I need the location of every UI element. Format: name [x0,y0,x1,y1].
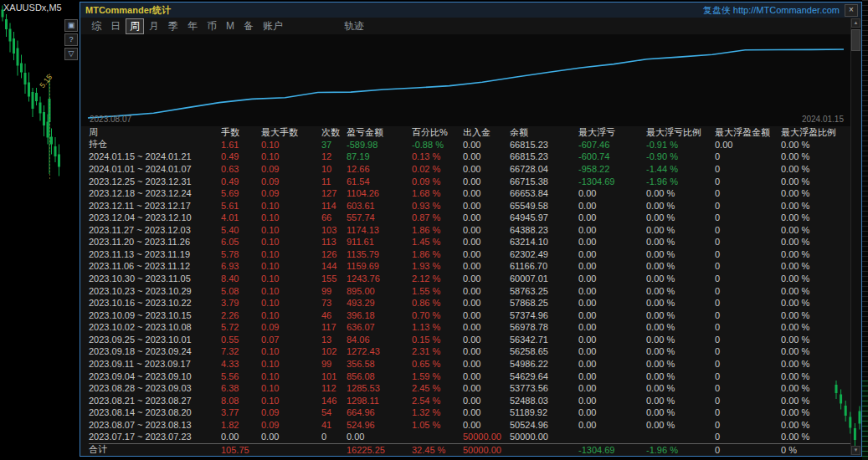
cell: 0.10 [261,286,321,296]
cell: 0 [715,346,781,356]
table-row[interactable]: 2023.09.11 ~ 2023.09.174.330.1099356.580… [89,358,850,371]
table-row[interactable]: 2023.11.13 ~ 2023.11.195.780.101261135.7… [89,248,850,261]
cell: 0.00 [578,335,646,345]
cell: 0.00 [463,261,510,271]
table-row[interactable]: 2023.08.14 ~ 2023.08.203.770.0954664.961… [89,406,850,419]
scroll-up-icon[interactable]: ▲ [851,18,860,28]
cell: 1.59 % [412,371,463,381]
row-label: 2023.11.06 ~ 2023.11.12 [89,261,221,271]
table-row[interactable]: 2023.10.30 ~ 2023.11.058.400.101551243.7… [89,273,850,285]
cell: 50000.00 [510,432,578,442]
tab-month[interactable]: 月 [145,18,163,34]
cell: 66715.38 [510,176,578,187]
cell: 0 [715,261,781,271]
cell: 0.00 % [781,237,850,247]
cell: 余额 [510,126,578,139]
table-row[interactable]: 2023.09.18 ~ 2023.09.247.320.101021272.4… [89,345,850,358]
tab-track[interactable]: 轨迹 [340,18,368,34]
cell: -1.44 % [646,164,715,174]
cell: 0.00 % [646,298,715,308]
cell: 4.33 [221,359,261,369]
cell: 0 [715,286,781,296]
cell: 0.00 [463,420,510,430]
cell: 0.00 [578,249,646,259]
cell: 1.93 % [412,261,463,271]
table-row[interactable]: 2023.07.17 ~ 2023.07.230.000.0000.005000… [89,431,850,443]
table-row[interactable]: 2023.10.16 ~ 2023.10.223.790.1073493.290… [89,297,850,309]
cell: 1.61 [221,140,261,150]
tab-quarter[interactable]: 季 [164,18,182,34]
cell: 0.00 [463,346,510,356]
cell: 出入金 [463,126,510,139]
tab-account[interactable]: 账户 [259,18,287,34]
table-row[interactable]: 2023.10.02 ~ 2023.10.085.720.09117636.07… [89,321,850,334]
cell: 6.38 [221,383,261,393]
cell: 0.10 [261,212,321,222]
cell: 1.45 % [412,237,463,247]
cell: 5.40 [221,225,261,235]
background-candles-bottom-right [833,381,868,460]
cell: 3.79 [221,298,261,308]
table-row[interactable]: 2023.11.06 ~ 2023.11.126.930.101441159.6… [89,260,850,273]
cell: 0.00 % [781,322,850,332]
cell: 664.96 [347,407,412,417]
cell: 0.00 % [646,310,715,320]
cell: 53773.56 [510,383,578,393]
chart-button-3[interactable]: ▽ [64,48,78,60]
cell: 5.69 [221,188,261,198]
scrollbar-thumb[interactable] [851,29,860,51]
table-row[interactable]: 持仓1.610.1037-589.98-0.88 %0.0066815.23-6… [89,139,850,151]
chart-button-2[interactable]: ? [64,33,78,46]
chart-button-1[interactable]: ▣ [64,19,78,32]
tab-day[interactable]: 日 [106,18,125,34]
cell: 5.08 [221,286,261,296]
cell: 0.00 [347,432,412,442]
cell: 0.00 % [646,420,715,430]
table-row[interactable]: 2024.01.15 ~ 2024.01.210.490.101287.190.… [89,151,850,163]
tab-summary[interactable]: 综 [87,18,105,34]
cell: 0 [715,432,781,442]
cell: 0.00 % [646,359,715,369]
cell: 1.82 [221,420,261,430]
table-row[interactable]: 2023.12.11 ~ 2023.12.175.610.10114603.61… [89,199,850,212]
close-icon[interactable]: × [845,4,858,17]
cell: 66653.84 [510,188,578,198]
tab-currency[interactable]: 币 [203,18,221,34]
cell: 0.00 % [646,322,715,332]
tab-year[interactable]: 年 [183,18,202,34]
cell: 0 [715,212,781,222]
cell: 盈亏金额 [347,126,412,139]
table-row[interactable]: 2023.12.04 ~ 2023.12.104.010.1066557.740… [89,212,850,224]
table-row[interactable]: 2023.10.23 ~ 2023.10.295.080.1099895.001… [89,284,850,297]
cell: 0.00 [578,286,646,296]
table-row[interactable]: 2023.08.07 ~ 2023.08.131.820.0941524.961… [89,419,850,432]
cell: 0.10 [261,273,321,284]
mt4-terminal-screen: XAUUSDx,M5 ▣ ? ▽ 5.15 MTCommander统计 复盘侠 … [0,0,868,460]
cell: 0.10 [261,249,321,259]
cell: 12.66 [347,164,412,174]
cell: 0.00 [578,273,646,284]
cell: 856.08 [347,371,412,381]
table-row[interactable]: 2023.08.21 ~ 2023.08.278.080.101461298.1… [89,394,850,406]
table-total-row[interactable]: 合计105.7516225.2532.45 %50000.00-1304.69-… [89,443,850,456]
cell: 57374.96 [510,310,578,320]
brand-link[interactable]: 复盘侠 http://MTCommander.com [703,4,840,17]
cell: 次数 [321,126,347,139]
cell: 117 [321,322,347,332]
cell: 57868.25 [510,298,578,308]
cell: 0.49 [221,151,261,161]
table-row[interactable]: 2024.01.01 ~ 2024.01.070.630.091012.660.… [89,163,850,176]
tab-note[interactable]: 备 [239,18,258,34]
table-row[interactable]: 2023.09.04 ~ 2023.09.105.560.10101856.08… [89,370,850,382]
cell: 0.00 [578,407,646,417]
tab-week[interactable]: 周 [126,18,144,34]
table-row[interactable]: 2023.11.20 ~ 2023.11.266.050.10113911.61… [89,236,850,248]
window-titlebar[interactable]: MTCommander统计 复盘侠 http://MTCommander.com… [80,3,861,18]
table-row[interactable]: 2023.12.25 ~ 2023.12.310.490.091161.540.… [89,175,850,187]
tab-m[interactable]: M [222,19,239,33]
table-row[interactable]: 2023.10.09 ~ 2023.10.152.260.1046396.180… [89,309,850,321]
table-row[interactable]: 2023.11.27 ~ 2023.12.035.400.101031174.1… [89,224,850,237]
table-row[interactable]: 2023.12.18 ~ 2023.12.245.690.091271104.2… [89,187,850,200]
table-row[interactable]: 2023.08.28 ~ 2023.09.036.380.101121285.5… [89,382,850,395]
table-row[interactable]: 2023.09.25 ~ 2023.10.010.550.071384.060.… [89,334,850,346]
